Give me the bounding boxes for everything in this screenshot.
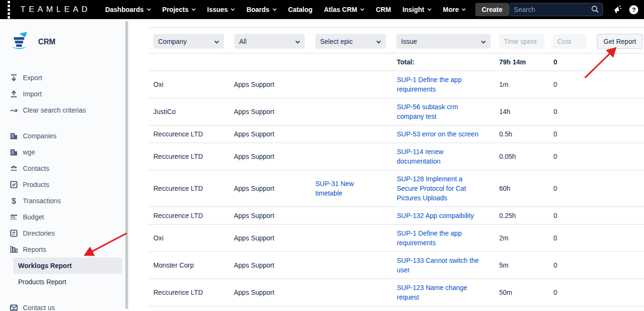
nav-dashboards[interactable]: Dashboards: [100, 0, 157, 19]
cost-cell: 0: [543, 207, 644, 225]
sidebar-item-clear-search[interactable]: Clear search criterias: [0, 102, 130, 118]
cost-cell: 0: [543, 98, 644, 125]
navbar-right: ?: [509, 0, 644, 19]
nav-boards[interactable]: Boards: [241, 0, 282, 19]
sidebar-item-companies[interactable]: Companies: [0, 128, 130, 144]
clear-icon: [10, 106, 18, 114]
sidebar-item-contact-us[interactable]: Contact us: [0, 300, 130, 311]
sidebar-item-export[interactable]: Export: [0, 70, 130, 86]
question-mark: ?: [629, 5, 638, 14]
sidebar-item-transactions[interactable]: $ Transactions: [0, 193, 130, 209]
sidebar-scrollbar[interactable]: [125, 21, 128, 309]
time-spent-cell: 7m: [489, 306, 543, 311]
table-row: Reccurence LTDApps SupportSUP-53 error o…: [148, 125, 644, 143]
epic-link[interactable]: SUP-31 New timetable: [315, 180, 354, 197]
issue-link[interactable]: SUP-1 Define the app requirements: [397, 229, 462, 247]
export-icon: [10, 73, 18, 82]
search-input[interactable]: [509, 3, 603, 16]
company-filter-dropdown[interactable]: Company: [153, 34, 224, 49]
sidebar-item-wge[interactable]: wge: [0, 144, 130, 160]
sidebar-item-worklogs-report[interactable]: Worklogs Report: [13, 258, 122, 274]
issue-link[interactable]: SUP-123 Name change request: [397, 284, 467, 301]
create-button[interactable]: Create: [475, 3, 509, 16]
time-spent-cell: 0.25h: [489, 207, 543, 225]
issue-cell: SUP-114 renew documentation: [386, 143, 489, 170]
top-navbar: TEAMLEAD Dashboards Projects Issues Boar…: [0, 0, 644, 19]
chevron-down-icon: [376, 38, 381, 45]
issue-link[interactable]: SUP-132 App compaibility: [397, 212, 474, 219]
crm-app-title: CRM: [38, 38, 55, 46]
sidebar-item-directories[interactable]: Directories: [0, 225, 130, 241]
nav-label: CRM: [376, 6, 391, 13]
nav-crm[interactable]: CRM: [370, 0, 397, 19]
epic-cell: [305, 143, 386, 170]
chevron-down-icon: [231, 8, 235, 11]
nav-insight[interactable]: Insight: [397, 0, 437, 19]
chevron-down-icon: [147, 8, 151, 11]
crm-sidebar: CRM Export Import Clear search criterias: [0, 19, 130, 311]
sidebar-item-reports[interactable]: Reports: [0, 241, 130, 258]
issue-filter-dropdown[interactable]: Issue: [396, 34, 491, 49]
time-spent-cell: 60h: [489, 170, 543, 207]
project-cell: Apps Support: [223, 125, 305, 143]
nav-catalog[interactable]: Catalog: [282, 0, 318, 19]
cost-cell: 0: [543, 225, 644, 252]
issue-cell: SUP-123 Name change request: [386, 279, 489, 306]
project-cell: Apps Support: [223, 207, 305, 225]
project-filter-dropdown[interactable]: All: [234, 34, 305, 49]
epic-cell: [305, 225, 386, 252]
people-icon: [10, 164, 18, 173]
issue-link[interactable]: SUP-128 Implement a Secure Protocol for …: [397, 175, 466, 202]
cost-input[interactable]: [553, 34, 586, 49]
sidebar-item-label: Companies: [23, 132, 57, 140]
project-cell: Apps Support: [223, 170, 305, 207]
issue-cell: SUP-128 Implement a Secure Protocol for …: [386, 170, 489, 207]
issue-link[interactable]: SUP-1 Define the app requirements: [397, 76, 462, 93]
sidebar-item-label: Transactions: [23, 197, 61, 205]
nav-atlas-crm[interactable]: Atlas CRM: [318, 0, 370, 19]
sidebar-item-contacts[interactable]: Contacts: [0, 160, 130, 176]
app-switcher-icon[interactable]: [8, 4, 10, 15]
sidebar-item-products[interactable]: Products: [0, 176, 130, 193]
search-box: [509, 3, 603, 16]
nav-label: Dashboards: [105, 6, 144, 13]
issue-link[interactable]: SUP-133 Cannot switch the user: [397, 257, 479, 274]
sidebar-item-import[interactable]: Import: [0, 86, 130, 102]
chevron-down-icon: [462, 8, 466, 11]
dropdown-value: All: [239, 38, 295, 45]
nav-label: Boards: [246, 6, 269, 13]
crm-logo-block: CRM: [0, 19, 130, 56]
brand-logo[interactable]: TEAMLEAD: [20, 5, 91, 14]
epic-cell: [305, 71, 386, 98]
issue-link[interactable]: SUP-114 renew documentation: [397, 148, 443, 165]
chevron-down-icon: [272, 8, 277, 11]
budget-bars-icon: [10, 213, 18, 221]
project-cell: Apps Support: [223, 143, 305, 170]
time-spent-input[interactable]: [499, 34, 544, 49]
issue-cell: SUP-1 Define the app requirements: [386, 71, 489, 98]
get-report-button[interactable]: Get Report: [597, 34, 643, 49]
project-cell: Apps Support: [223, 225, 305, 252]
time-spent-cell: 14h: [489, 98, 543, 125]
table-row: OxiApps SupportSUP-1 Define the app requ…: [148, 225, 644, 252]
epic-filter-dropdown[interactable]: Select epic: [315, 34, 386, 49]
issue-link[interactable]: SUP-56 subtask crm company test: [397, 103, 458, 120]
announcement-icon[interactable]: [610, 0, 626, 19]
nav-more[interactable]: More: [437, 0, 472, 19]
help-icon[interactable]: ?: [626, 0, 642, 19]
directory-icon: [10, 229, 18, 238]
nav-issues[interactable]: Issues: [201, 0, 241, 19]
settings-icon[interactable]: [642, 0, 644, 19]
nav-projects[interactable]: Projects: [157, 0, 201, 19]
search-icon[interactable]: [591, 5, 599, 15]
chevron-down-icon: [360, 8, 364, 11]
table-row: Monster CorpApps SupportSUP-133 Cannot s…: [148, 252, 644, 279]
time-spent-cell: 0.5h: [489, 125, 543, 143]
table-row: Reccurence LTDApps SupportSUP-132 App co…: [148, 306, 644, 311]
cost-cell: 0: [543, 170, 644, 207]
project-cell: Apps Support: [223, 306, 305, 311]
sidebar-item-products-report[interactable]: Products Report: [0, 274, 130, 290]
project-cell: Apps Support: [223, 98, 305, 125]
sidebar-item-budget[interactable]: Budget: [0, 209, 130, 225]
issue-link[interactable]: SUP-53 error on the screen: [397, 130, 478, 138]
